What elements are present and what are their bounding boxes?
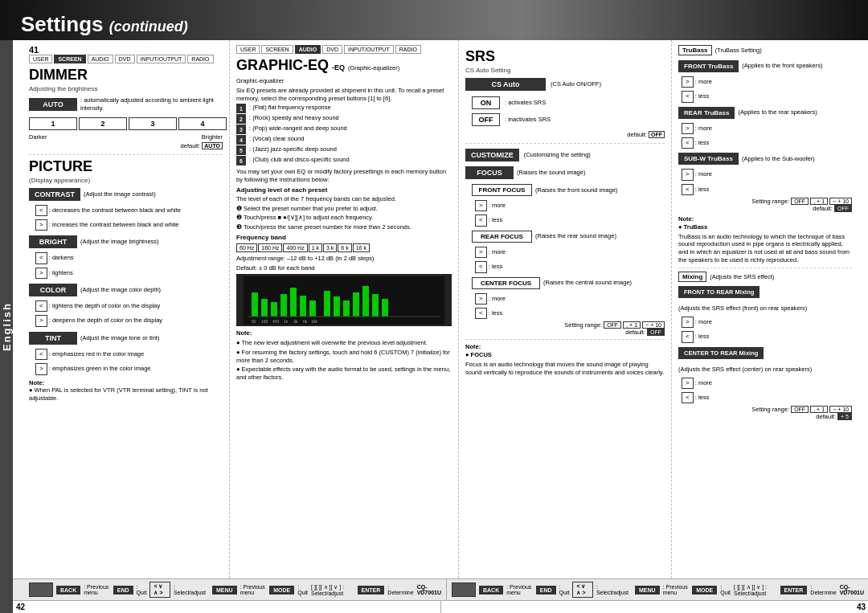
center-focus-less-arrow[interactable]: < bbox=[475, 308, 487, 319]
bottom-dial-desc-right: [ ][ ][ ∧ ][ ∨ ] : Select/adjust bbox=[734, 584, 777, 596]
contrast-less-arrow[interactable]: < bbox=[35, 205, 47, 216]
preset-num-6[interactable]: 6 bbox=[236, 156, 246, 166]
nav-input-output[interactable]: INPUT/OUTPUT bbox=[137, 55, 186, 63]
preset-num-2[interactable]: 2 bbox=[236, 114, 246, 124]
front-trubass-more-arrow[interactable]: > bbox=[682, 76, 694, 88]
bottom-menu-btn-right[interactable]: MENU bbox=[635, 586, 660, 595]
front-rear-mixing-less-arrow[interactable]: < bbox=[682, 331, 694, 342]
center-rear-mixing-less: < : less bbox=[682, 391, 852, 404]
bottom-arrows-right[interactable]: < ∨ ∧ > bbox=[572, 582, 592, 598]
nav2-dvd[interactable]: DVD bbox=[322, 45, 342, 54]
bottom-mode-btn-left[interactable]: MODE bbox=[269, 586, 294, 595]
center-focus-btn[interactable]: CENTER FOCUS bbox=[472, 277, 540, 289]
srs-title: SRS bbox=[465, 48, 665, 65]
color-btn[interactable]: COLOR bbox=[29, 284, 77, 296]
nav-radio[interactable]: RADIO bbox=[187, 55, 213, 63]
bright-less-arrow[interactable]: < bbox=[35, 252, 47, 264]
nav2-user[interactable]: USER bbox=[236, 45, 260, 54]
bright-block: BRIGHT (Adjust the image brightness) < :… bbox=[29, 234, 223, 280]
front-trubass-less-arrow[interactable]: < bbox=[682, 91, 694, 102]
bright-btn[interactable]: BRIGHT bbox=[29, 235, 77, 248]
bright-more-arrow[interactable]: > bbox=[35, 268, 47, 279]
bottom-enter-btn-left[interactable]: ENTER bbox=[358, 586, 385, 595]
svg-rect-11 bbox=[353, 292, 359, 317]
subw-trubass-more-arrow[interactable]: > bbox=[682, 169, 694, 180]
front-rear-mixing-more-arrow[interactable]: > bbox=[682, 317, 694, 328]
bottom-end-btn-left[interactable]: END bbox=[113, 586, 133, 595]
center-rear-mixing-less-arrow[interactable]: < bbox=[682, 392, 694, 403]
srs-off-btn[interactable]: OFF bbox=[472, 113, 500, 126]
dimmer-auto-btn[interactable]: AUTO bbox=[29, 98, 77, 111]
bottom-mode-btn-right[interactable]: MODE bbox=[692, 586, 717, 595]
srs-on-btn[interactable]: ON bbox=[472, 96, 500, 109]
color-less-arrow[interactable]: < bbox=[35, 300, 47, 312]
front-trubass-btn[interactable]: FRONT TruBass bbox=[678, 60, 739, 72]
bottom-back-btn-left[interactable]: BACK bbox=[56, 586, 80, 595]
nav2-radio[interactable]: RADIO bbox=[395, 45, 421, 54]
preset-num-3[interactable]: 3 bbox=[236, 125, 246, 134]
nav-audio[interactable]: AUDIO bbox=[88, 55, 113, 63]
front-trubass-paren: (Applies to the front speakers) bbox=[742, 62, 822, 70]
dimmer-level-4[interactable]: 4 bbox=[178, 117, 227, 130]
focus-btn[interactable]: FOCUS bbox=[465, 166, 514, 179]
subw-trubass-less-arrow[interactable]: < bbox=[682, 184, 694, 195]
nav-dvd[interactable]: DVD bbox=[115, 55, 135, 63]
bottom-arrows-left[interactable]: < ∨ ∧ > bbox=[149, 582, 170, 598]
bottom-menu-btn-left[interactable]: MENU bbox=[212, 586, 237, 595]
rear-trubass-less-arrow[interactable]: < bbox=[682, 137, 694, 149]
svg-rect-13 bbox=[372, 294, 379, 317]
tint-more-arrow[interactable]: > bbox=[35, 363, 47, 374]
nav2-audio[interactable]: AUDIO bbox=[295, 45, 321, 54]
rear-trubass-more-arrow[interactable]: > bbox=[682, 123, 694, 134]
freq-160hz[interactable]: 160 Hz bbox=[258, 243, 282, 252]
front-focus-more-arrow[interactable]: > bbox=[475, 200, 487, 211]
page-nums-row: 42 43 bbox=[13, 600, 868, 613]
contrast-more-arrow[interactable]: > bbox=[35, 219, 47, 231]
customize-btn[interactable]: CUSTOMIZE bbox=[465, 149, 519, 161]
bottom-enter-btn-right[interactable]: ENTER bbox=[780, 586, 808, 595]
rear-focus-more-arrow[interactable]: > bbox=[475, 247, 487, 258]
rear-focus-less-arrow[interactable]: < bbox=[475, 261, 487, 272]
freq-6k[interactable]: 6 k bbox=[338, 243, 351, 252]
bottom-menu-desc-left: : Previous menu bbox=[240, 584, 267, 595]
nav-user[interactable]: USER bbox=[29, 55, 52, 63]
rear-trubass-more: > : more bbox=[682, 122, 852, 135]
tint-btn[interactable]: TINT bbox=[29, 332, 77, 345]
preset-num-1[interactable]: 1 bbox=[236, 104, 246, 113]
trubass-label: TruBass bbox=[678, 45, 712, 55]
tint-less-arrow[interactable]: < bbox=[35, 349, 47, 360]
front-rear-mixing-btn[interactable]: FRONT TO REAR Mixing bbox=[678, 286, 760, 298]
freq-1k[interactable]: 1 k bbox=[309, 243, 322, 252]
rear-trubass-btn[interactable]: REAR TruBass bbox=[678, 107, 735, 119]
freq-16k[interactable]: 16 k bbox=[353, 243, 370, 252]
svg-rect-8 bbox=[324, 291, 330, 317]
dimmer-level-1[interactable]: 1 bbox=[29, 117, 77, 130]
bottom-back-btn-right[interactable]: BACK bbox=[479, 586, 503, 595]
color-more-arrow[interactable]: > bbox=[35, 315, 47, 326]
preset-num-4[interactable]: 4 bbox=[236, 135, 246, 145]
nav-screen[interactable]: SCREEN bbox=[54, 55, 85, 63]
freq-400hz[interactable]: 400 Hz bbox=[283, 243, 307, 252]
center-rear-mixing-btn[interactable]: CENTER TO REAR Mixing bbox=[678, 347, 764, 359]
front-focus-less-arrow[interactable]: < bbox=[475, 215, 487, 226]
nav2-input-output[interactable]: INPUT/OUTPUT bbox=[344, 45, 394, 54]
contrast-btn[interactable]: CONTRAST bbox=[29, 188, 80, 201]
subw-trubass-btn[interactable]: SUB-W TruBass bbox=[678, 153, 739, 165]
srs-note: Note: ● FOCUS Focus is an audio technolo… bbox=[465, 343, 665, 376]
dimmer-level-3[interactable]: 3 bbox=[129, 117, 177, 130]
trubass-default-label: default: bbox=[813, 205, 833, 212]
front-focus-btn[interactable]: FRONT FOCUS bbox=[472, 184, 532, 196]
eq-modify-text: You may set your own EQ or modify factor… bbox=[236, 168, 452, 184]
freq-3k[interactable]: 3 k bbox=[323, 243, 337, 252]
dimmer-level-2[interactable]: 2 bbox=[79, 117, 127, 130]
center-focus-more-arrow[interactable]: > bbox=[475, 293, 487, 304]
rear-focus-btn[interactable]: REAR FOCUS bbox=[472, 231, 532, 243]
dimmer-subtitle: Adjusting the brightness bbox=[29, 85, 223, 92]
cs-auto-btn[interactable]: CS Auto bbox=[465, 78, 546, 91]
freq-60hz[interactable]: 60 Hz bbox=[236, 243, 257, 252]
nav2-screen[interactable]: SCREEN bbox=[261, 45, 293, 54]
center-rear-mixing-more-arrow[interactable]: > bbox=[682, 378, 694, 389]
bottom-end-btn-right[interactable]: END bbox=[536, 586, 556, 595]
svg-rect-4 bbox=[280, 294, 287, 317]
preset-num-5[interactable]: 5 bbox=[236, 145, 246, 155]
